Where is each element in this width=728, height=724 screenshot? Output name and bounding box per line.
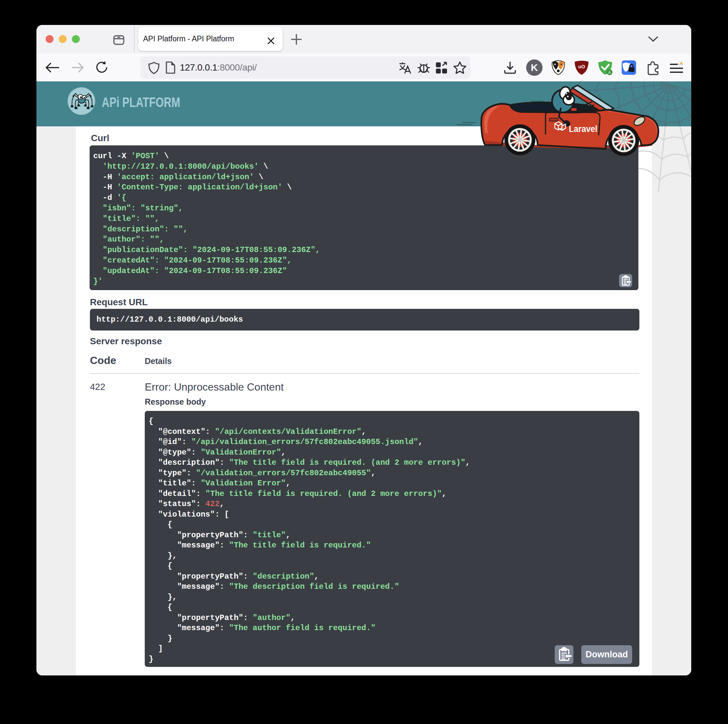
svg-text:uO: uO	[578, 64, 585, 69]
svg-text:APi PLATFORM: APi PLATFORM	[102, 95, 180, 110]
svg-text:A: A	[608, 70, 611, 75]
svg-text:Laravel: Laravel	[569, 124, 597, 134]
